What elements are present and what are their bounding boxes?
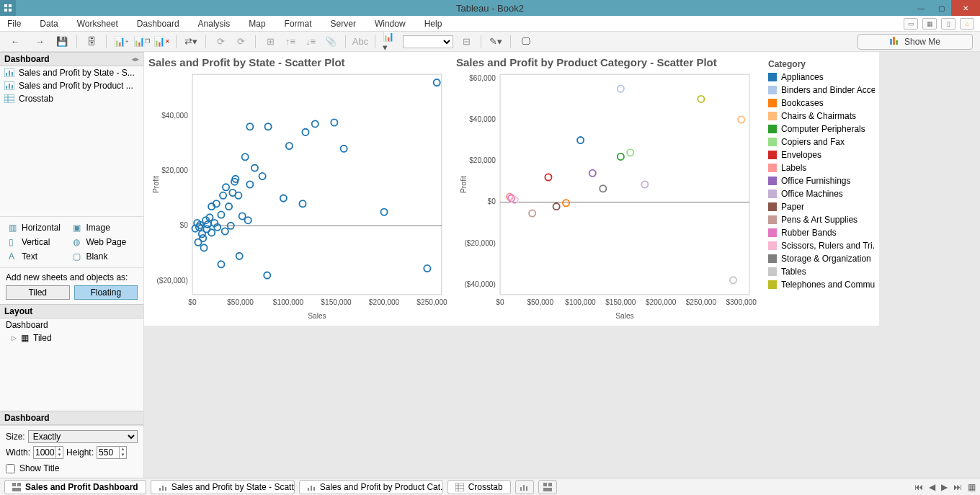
group-button[interactable]: ⊞ [263, 35, 277, 49]
chart-state[interactable]: Sales and Profit by State - Scatter Plot… [148, 56, 449, 321]
sheet-tab[interactable]: Sales and Profit Dashboard [4, 480, 146, 494]
size-select[interactable]: Exactly [28, 430, 138, 443]
svg-rect-11 [12, 85, 13, 89]
worksheet-icon [4, 81, 14, 90]
sort-asc-button[interactable]: ↑≡ [283, 35, 298, 49]
new-dashboard-button[interactable] [538, 480, 557, 494]
legend-item[interactable]: Storage & Organization [768, 252, 875, 265]
chart-type-button[interactable]: 📊▾ [383, 35, 397, 49]
legend-item[interactable]: Labels [768, 161, 875, 174]
window-maximize-button[interactable]: ▢ [931, 0, 951, 16]
legend-item[interactable]: Copiers and Fax [768, 135, 875, 148]
sheet-tab[interactable]: Crosstab [447, 480, 511, 494]
sheet-nav-first[interactable]: ⏮ [914, 482, 923, 492]
legend-item[interactable]: Tables [768, 265, 875, 278]
menu-help[interactable]: Help [422, 17, 445, 31]
sheet-nav-prev[interactable]: ◀ [929, 482, 935, 492]
duplicate-sheet-button[interactable]: 📊❐ [134, 35, 148, 49]
legend-item[interactable]: Bookcases [768, 97, 875, 110]
floating-button[interactable]: Floating [74, 285, 138, 300]
dashboard-object-text[interactable]: AText [7, 250, 70, 263]
home-icon[interactable]: ⌂ [960, 18, 974, 30]
show-me-button[interactable]: Show Me [858, 34, 973, 50]
tree-expand-icon[interactable]: ▷ [12, 334, 17, 342]
dashboard-object-vertical[interactable]: ▯Vertical [7, 236, 70, 249]
sheet-nav-last[interactable]: ⏭ [953, 482, 962, 492]
dashboard-object-image[interactable]: ▣Image [71, 221, 136, 234]
svg-text:$100,000: $100,000 [273, 298, 304, 306]
legend-item[interactable]: Envelopes [768, 148, 875, 161]
svg-rect-2 [4, 9, 7, 12]
legend-item[interactable]: Office Furnishings [768, 174, 875, 187]
menu-data[interactable]: Data [37, 17, 61, 31]
svg-text:$150,000: $150,000 [605, 298, 636, 306]
fit-select[interactable] [403, 35, 453, 48]
legend-item[interactable]: Chairs & Chairmats [768, 110, 875, 122]
legend-label: Chairs & Chairmats [781, 111, 856, 121]
new-worksheet-button[interactable] [515, 480, 534, 494]
menu-dashboard[interactable]: Dashboard [134, 17, 182, 31]
sheet-tab[interactable]: Sales and Profit by Product Cat... [299, 480, 443, 494]
svg-text:$0: $0 [180, 221, 189, 229]
legend-item[interactable]: Binders and Binder Acce.. [768, 84, 875, 97]
menu-server[interactable]: Server [328, 17, 359, 31]
panel-collapse-icon[interactable]: ◂▸ [132, 55, 139, 63]
window-close-button[interactable]: ✕ [951, 0, 980, 16]
dashboard-object-web-page[interactable]: ◍Web Page [71, 236, 136, 249]
tiled-button[interactable]: Tiled [6, 285, 70, 300]
dashboard-object-horizontal[interactable]: ▥Horizontal [7, 221, 70, 234]
undo-button[interactable]: ← [6, 35, 24, 49]
chart-category[interactable]: Sales and Profit by Product Category - S… [456, 56, 757, 321]
layout-root[interactable]: Dashboard [0, 318, 143, 331]
highlight-button[interactable]: ✎▾ [489, 35, 503, 49]
clear-sheet-button[interactable]: 📊✕ [154, 35, 169, 49]
dashboard-props-header: Dashboard [0, 411, 143, 425]
menu-analysis[interactable]: Analysis [195, 17, 233, 31]
legend-item[interactable]: Appliances [768, 71, 875, 84]
presentation-button[interactable]: 🖵 [518, 35, 533, 49]
show-title-checkbox[interactable]: Show Title [6, 463, 138, 473]
legend-item[interactable]: Computer Peripherals [768, 122, 875, 135]
legend-item[interactable]: Rubber Bands [768, 226, 875, 239]
datasource-icon[interactable]: 🗄 [84, 35, 99, 49]
show-title-input[interactable] [6, 464, 15, 473]
menu-window[interactable]: Window [372, 17, 409, 31]
legend-item[interactable]: Telephones and Commu.. [768, 278, 875, 291]
sidebar-sheet-item[interactable]: Sales and Profit by State - S... [0, 66, 143, 79]
layout-child[interactable]: ▷ ▦ Tiled [0, 331, 143, 344]
pin-button[interactable]: 📎 [324, 35, 338, 49]
sidebar-sheet-item[interactable]: Sales and Profit by Product ... [0, 79, 143, 92]
category-legend[interactable]: Category AppliancesBinders and Binder Ac… [764, 56, 879, 321]
menu-format[interactable]: Format [282, 17, 315, 31]
sort-desc-button[interactable]: ↓≡ [303, 35, 318, 49]
legend-item[interactable]: Paper [768, 200, 875, 213]
save-button[interactable]: 💾 [55, 35, 69, 49]
menu-map[interactable]: Map [246, 17, 268, 31]
new-worksheet-button[interactable]: 📊+ [114, 35, 128, 49]
sheet-nav-list[interactable]: ▦ [968, 482, 976, 492]
swap-button[interactable]: ⇄▾ [184, 35, 198, 49]
sidebar-sheet-item[interactable]: Crosstab [0, 92, 143, 105]
svg-point-47 [218, 261, 224, 267]
legend-item[interactable]: Pens & Art Supplies [768, 213, 875, 226]
worksheet-icon [159, 483, 167, 491]
dashboard-object-blank[interactable]: ▢Blank [71, 250, 136, 263]
presentation-mode-icon[interactable]: ▭ [904, 18, 918, 30]
fix-axes-button[interactable]: ⊟ [459, 35, 473, 49]
window-minimize-button[interactable]: — [911, 0, 931, 16]
menu-file[interactable]: File [4, 17, 24, 31]
legend-item[interactable]: Scissors, Rulers and Tri.. [768, 239, 875, 252]
refresh-button[interactable]: ⟳ [213, 35, 228, 49]
sidebar-sheet-label: Sales and Profit by State - S... [19, 68, 135, 78]
labels-button[interactable]: Abc [353, 35, 368, 49]
legend-swatch [768, 202, 777, 211]
pause-button[interactable]: ⟳ [233, 35, 248, 49]
legend-swatch [768, 73, 777, 81]
menu-worksheet[interactable]: Worksheet [74, 17, 121, 31]
redo-button[interactable]: → [30, 35, 49, 49]
sheet-nav-next[interactable]: ▶ [941, 482, 948, 492]
card-view-icon[interactable]: ▯ [941, 18, 956, 30]
legend-item[interactable]: Office Machines [768, 187, 875, 200]
grid-view-icon[interactable]: ▦ [922, 18, 937, 30]
sheet-tab[interactable]: Sales and Profit by State - Scatt... [151, 480, 295, 494]
